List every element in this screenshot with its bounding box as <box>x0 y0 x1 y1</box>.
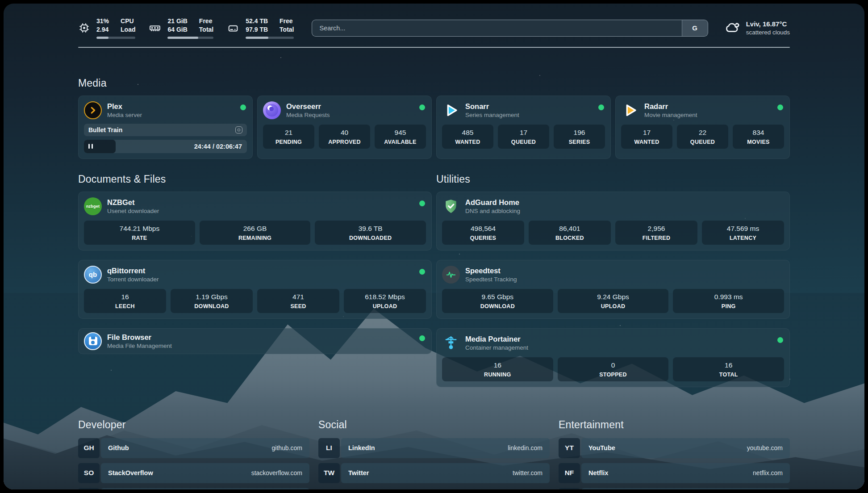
radarr-subtitle: Movie management <box>644 112 697 118</box>
nzbget-icon: nzbget <box>84 197 102 215</box>
filebrowser-icon <box>84 332 102 350</box>
radarr-stat-wanted: 17 WANTED <box>621 125 672 149</box>
qbittorrent-status-online-dot <box>419 269 425 275</box>
section-title-entertainment: Entertainment <box>559 419 790 431</box>
bookmark-dev[interactable]: DT DEV dev.to <box>78 488 309 490</box>
now-playing-title: Bullet Train <box>88 126 122 134</box>
bookmark-twitter[interactable]: TW Twitter twitter.com <box>318 463 550 483</box>
pause-icon[interactable] <box>88 144 93 149</box>
bookmark-netflix[interactable]: NF Netflix netflix.com <box>559 463 790 483</box>
cpu-load-value: 2.94 <box>96 25 109 34</box>
weather-widget: Lviv, 16.87°C scattered clouds <box>724 19 790 37</box>
portainer-card[interactable]: Media Portainer Container management 16 … <box>436 328 790 387</box>
memory-free-label: Free <box>199 17 213 25</box>
search-engine-button[interactable]: G <box>682 20 708 36</box>
adguard-stat-filtered: 2,956 FILTERED <box>615 221 697 245</box>
weather-location-temp: Lviv, 16.87°C <box>746 20 790 29</box>
bookmark-youtube-name: YouTube <box>588 444 615 451</box>
cpu-widget: 31% 2.94 CPU Load <box>78 17 135 39</box>
sonarr-icon <box>442 101 460 119</box>
section-title-documents: Documents & Files <box>78 173 432 185</box>
bookmark-twitter-name: Twitter <box>348 469 369 476</box>
plex-icon <box>84 101 102 119</box>
bookmark-youtube-url: youtube.com <box>747 444 783 451</box>
qbittorrent-icon: qb <box>84 266 102 284</box>
portainer-stat-stopped: 0 STOPPED <box>558 357 669 381</box>
search-input[interactable] <box>312 20 681 36</box>
adguard-stat-queries: 498,564 QUERIES <box>442 221 524 245</box>
overseerr-subtitle: Media Requests <box>286 112 330 118</box>
bookmark-netflix-name: Netflix <box>588 469 608 476</box>
bookmark-stackoverflow-url: stackoverflow.com <box>251 469 302 476</box>
plex-card[interactable]: Plex Media server Bullet Train 24:44 / 0… <box>78 96 253 159</box>
bookmark-github[interactable]: GH Github github.com <box>78 438 309 458</box>
top-bar: 31% 2.94 CPU Load <box>78 17 790 39</box>
cpu-progress-track <box>96 37 135 39</box>
bookmark-github-url: github.com <box>272 444 302 451</box>
bookmark-twitter-url: twitter.com <box>513 469 542 476</box>
media-card-row: Plex Media server Bullet Train 24:44 / 0… <box>78 96 790 159</box>
section-title-media: Media <box>78 77 790 89</box>
overseerr-icon <box>263 101 281 119</box>
bookmark-linkedin-badge: LI <box>318 438 340 458</box>
bookmark-youtube[interactable]: YT YouTube youtube.com <box>559 438 790 458</box>
portainer-status-online-dot <box>777 337 783 343</box>
overseerr-name: Overseerr <box>286 102 330 111</box>
adguard-card[interactable]: AdGuard Home DNS and adblocking 498,564 … <box>436 192 790 251</box>
radarr-status-online-dot <box>777 104 783 110</box>
header-divider <box>78 47 790 48</box>
overseerr-stat-pending: 21 PENDING <box>263 125 314 149</box>
disk-total-value: 97.9 TB <box>246 25 268 34</box>
nzbget-stat-remaining: 266 GB REMAINING <box>200 221 311 245</box>
qbittorrent-stat-seed: 471 SEED <box>257 289 339 313</box>
sonarr-stat-series: 196 SERIES <box>554 125 605 149</box>
overseerr-stat-available: 945 AVAILABLE <box>375 125 426 149</box>
filebrowser-card[interactable]: File Browser Media File Management <box>78 328 432 354</box>
bookmark-reddit[interactable]: RE Reddit reddit.com <box>559 488 790 490</box>
media-type-icon <box>235 126 242 134</box>
radarr-name: Radarr <box>644 102 697 111</box>
sonarr-stat-queued: 17 QUEUED <box>498 125 549 149</box>
overseerr-stat-approved: 40 APPROVED <box>319 125 370 149</box>
sonarr-card[interactable]: Sonarr Series management 485 WANTED 17 Q… <box>436 96 611 159</box>
memory-progress-fill <box>167 37 198 39</box>
snow-specks <box>4 4 4 4</box>
sonarr-subtitle: Series management <box>465 112 519 118</box>
plex-name: Plex <box>107 102 142 111</box>
bookmark-linkedin[interactable]: LI LinkedIn linkedin.com <box>318 438 550 458</box>
speedtest-stat-download: 9.65 Gbps DOWNLOAD <box>442 289 553 313</box>
sonarr-status-online-dot <box>598 104 604 110</box>
qbittorrent-stat-upload: 618.52 Mbps UPLOAD <box>344 289 426 313</box>
section-title-developer: Developer <box>78 419 309 431</box>
bookmark-linkedin-url: linkedin.com <box>508 444 542 451</box>
portainer-name: Media Portainer <box>465 335 528 343</box>
memory-progress-track <box>167 37 213 39</box>
qbittorrent-card[interactable]: qb qBittorrent Torrent downloader 16 LEE… <box>78 260 432 319</box>
now-playing-progress-bar: 24:44 / 02:06:47 <box>84 140 247 153</box>
bookmark-stackoverflow[interactable]: SO StackOverflow stackoverflow.com <box>78 463 309 483</box>
cpu-icon <box>78 22 90 34</box>
radarr-card[interactable]: Radarr Movie management 17 WANTED 22 QUE… <box>615 96 790 159</box>
adguard-name: AdGuard Home <box>465 198 520 207</box>
speedtest-card[interactable]: Speedtest Speedtest Tracking 9.65 Gbps D… <box>436 260 790 319</box>
plex-status-online-dot <box>240 104 246 110</box>
disk-total-label: Total <box>280 25 294 34</box>
disk-free-label: Free <box>280 17 294 25</box>
utilities-column: Utilities AdGuard Home <box>436 173 790 397</box>
nzbget-card[interactable]: nzbget NZBGet Usenet downloader 744.21 M… <box>78 192 432 251</box>
qbittorrent-stat-leech: 16 LEECH <box>84 289 166 313</box>
filebrowser-status-online-dot <box>419 335 425 341</box>
now-playing-progress-fill <box>84 140 116 153</box>
disk-progress-track <box>246 37 294 39</box>
portainer-icon <box>442 334 460 352</box>
bookmark-youtube-badge: YT <box>559 438 580 458</box>
qbittorrent-name: qBittorrent <box>107 267 159 275</box>
nzbget-status-online-dot <box>419 201 425 206</box>
bookmark-netflix-badge: NF <box>559 463 580 483</box>
nzbget-stat-downloaded: 39.6 TB DOWNLOADED <box>315 221 426 245</box>
overseerr-card[interactable]: Overseerr Media Requests 21 PENDING 40 A… <box>257 96 432 159</box>
speedtest-stat-ping: 0.993 ms PING <box>673 289 784 313</box>
section-title-social: Social <box>318 419 550 431</box>
disk-progress-fill <box>246 37 268 39</box>
nzbget-stat-rate: 744.21 Mbps RATE <box>84 221 195 245</box>
